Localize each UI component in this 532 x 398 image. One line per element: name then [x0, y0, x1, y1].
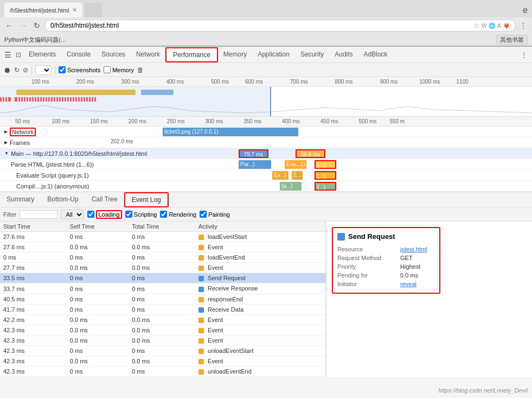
tab-console[interactable]: Console	[61, 48, 96, 62]
table-row[interactable]: 27.7 ms 0.0 ms 0.0 ms Event	[0, 263, 325, 273]
table-row[interactable]: 33.7 ms 0 ms 0 ms Receive Response	[0, 283, 325, 294]
network-selector[interactable]: 127.0.0.1 #1	[35, 65, 52, 75]
tab-performance[interactable]: Performance	[165, 47, 218, 62]
cell-start-time: 27.6 ms	[0, 242, 67, 252]
loading-checkbox[interactable]	[87, 211, 94, 218]
rendering-label: Rendering	[169, 211, 196, 218]
pending-row: Pending for 0.0 ms	[337, 271, 435, 280]
cell-total-time: 0 ms	[129, 283, 195, 294]
memory-checkbox[interactable]	[104, 66, 111, 73]
tab-adblock[interactable]: AdBlock	[358, 48, 393, 62]
cell-self-time: 0 ms	[67, 273, 129, 283]
table-row[interactable]: 42.2 ms 0.0 ms 0.0 ms Event	[0, 314, 325, 325]
activity-icon	[198, 276, 204, 281]
active-tab[interactable]: /h5test/html/jstest.html ✕	[4, 3, 82, 17]
table-row[interactable]: 42.3 ms 0.0 ms 0.0 ms Event	[0, 325, 325, 335]
painting-label: Painting	[208, 211, 230, 218]
tab-sources[interactable]: Sources	[96, 48, 131, 62]
reload-button[interactable]: ↻	[31, 20, 42, 31]
tab-call-tree[interactable]: Call Tree	[85, 193, 124, 207]
cell-total-time: 0.0 ms	[129, 356, 195, 367]
new-tab-button[interactable]	[85, 3, 102, 17]
cell-total-time: 0 ms	[129, 367, 195, 377]
cell-total-time: 0 ms	[129, 346, 195, 356]
initiator-link[interactable]: reveal	[400, 281, 416, 287]
devtools-pin-icon[interactable]: ⊡	[14, 50, 23, 60]
devtools-more-icon[interactable]: ⋮	[518, 49, 530, 60]
tab-memory[interactable]: Memory	[218, 48, 252, 62]
table-row[interactable]: 41.7 ms 0 ms 0 ms Receive Data	[0, 304, 325, 314]
table-row[interactable]: 42.3 ms 0 ms 0 ms unloadEventStart	[0, 346, 325, 356]
cell-self-time: 0.0 ms	[67, 314, 129, 325]
cell-activity: unloadEventEnd	[195, 367, 325, 377]
reload-record-icon[interactable]: ↻	[14, 66, 20, 74]
pending-value: 0.0 ms	[400, 272, 418, 279]
cell-start-time: 33.7 ms	[0, 283, 67, 294]
filter-input[interactable]	[20, 210, 57, 219]
main-content-area: Start Time Self Time Total Time Activity…	[0, 222, 532, 377]
table-row[interactable]: 0 ms 0 ms 0 ms loadEventEnd	[0, 252, 325, 263]
extension-icon3[interactable]: A	[497, 23, 501, 29]
table-row[interactable]: 27.6 ms 0 ms 0 ms loadEventStart	[0, 232, 325, 242]
tab-security[interactable]: Security	[295, 48, 329, 62]
table-row[interactable]: 42.3 ms 0.0 ms 0.0 ms Event	[0, 356, 325, 367]
event-log-panel[interactable]: Start Time Self Time Total Time Activity…	[0, 222, 326, 377]
trash-icon[interactable]: 🗑	[137, 66, 144, 74]
painting-checkbox-label[interactable]: Painting	[200, 211, 230, 218]
screenshots-checkbox-label[interactable]: Screenshots	[59, 66, 100, 73]
cell-start-time: 42.2 ms	[0, 314, 67, 325]
table-row[interactable]: 27.6 ms 0.0 ms 0.0 ms Event	[0, 242, 325, 252]
tab-event-log[interactable]: Event Log	[124, 192, 169, 207]
extension-icon1[interactable]: W	[482, 23, 486, 29]
star-icon[interactable]: ☆	[473, 22, 479, 29]
cell-activity: Event	[195, 356, 325, 367]
loading-checkbox-label[interactable]: Loading	[87, 210, 121, 219]
tab-elements[interactable]: Elements	[23, 48, 61, 62]
table-row[interactable]: 40.5 ms 0 ms 0 ms responseEnd	[0, 294, 325, 304]
painting-checkbox[interactable]	[200, 211, 207, 218]
rendering-checkbox[interactable]	[160, 211, 167, 218]
tab-close-icon[interactable]: ✕	[72, 7, 77, 14]
screenshots-checkbox[interactable]	[59, 66, 66, 73]
tab-summary[interactable]: Summary	[0, 193, 41, 207]
cell-self-time: 0 ms	[67, 283, 129, 294]
resource-link[interactable]: jstest.html	[400, 246, 427, 252]
triangle-network-icon[interactable]: ▶	[4, 129, 8, 134]
scripting-checkbox[interactable]	[125, 211, 132, 218]
clear-icon[interactable]: ⊘	[23, 66, 28, 74]
table-row[interactable]: 42.3 ms 0 ms 0 ms unloadEventEnd	[0, 367, 325, 377]
cell-total-time: 0 ms	[129, 252, 195, 263]
more-icon[interactable]: ⋮	[518, 21, 529, 30]
forward-button[interactable]: →	[17, 20, 29, 31]
table-row[interactable]: 42.3 ms 0.0 ms 0.0 ms Event	[0, 335, 325, 345]
tab-application[interactable]: Application	[252, 48, 295, 62]
timeline-overview	[0, 87, 532, 117]
cell-start-time: 27.7 ms	[0, 263, 67, 273]
record-icon[interactable]: ⏺	[3, 66, 11, 74]
cell-activity: Event	[195, 242, 325, 252]
activity-icon	[198, 266, 204, 271]
cell-start-time: 41.7 ms	[0, 304, 67, 314]
back-button[interactable]: ←	[3, 20, 15, 31]
cell-start-time: 42.3 ms	[0, 325, 67, 335]
activity-icon	[198, 359, 204, 364]
tab-network[interactable]: Network	[131, 48, 165, 62]
extension-icon4[interactable]: 🦊	[503, 23, 510, 29]
cell-self-time: 0 ms	[67, 294, 129, 304]
extension-icon2[interactable]: 🌐	[489, 23, 495, 29]
tab-audits[interactable]: Audits	[329, 48, 358, 62]
bookmarks-bar: Python中文编码问题(... 其他书签	[0, 34, 532, 46]
cell-total-time: 0 ms	[129, 273, 195, 283]
table-row[interactable]: 33.5 ms 0 ms 0 ms Send Request	[0, 273, 325, 283]
bookmark-other[interactable]: 其他书签	[496, 35, 528, 45]
devtools-menu-icon[interactable]: ☰	[2, 49, 14, 60]
triangle-main-icon[interactable]: ▼	[4, 151, 9, 156]
tab-bottom-up[interactable]: Bottom-Up	[41, 193, 85, 207]
scripting-checkbox-label[interactable]: Scripting	[125, 211, 157, 218]
triangle-frames-icon[interactable]: ▶	[4, 140, 8, 145]
filter-all-select[interactable]: All	[61, 210, 84, 219]
bookmark-python[interactable]: Python中文编码问题(...	[4, 36, 66, 44]
memory-checkbox-label[interactable]: Memory	[104, 66, 134, 73]
address-bar[interactable]: 0/h5test/html/jstest.html ☆ W 🌐 A 🦊	[44, 20, 516, 31]
rendering-checkbox-label[interactable]: Rendering	[160, 211, 196, 218]
